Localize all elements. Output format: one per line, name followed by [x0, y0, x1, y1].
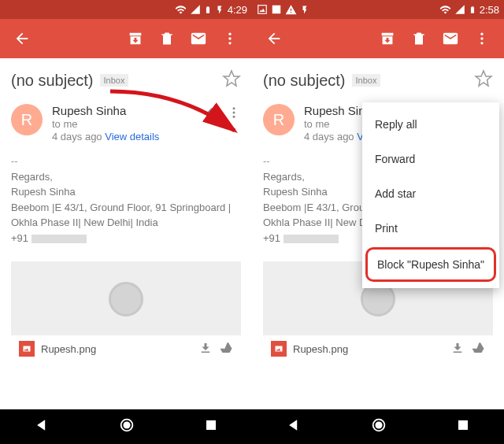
signal-icon [190, 4, 201, 15]
nav-recent[interactable] [456, 418, 470, 435]
overflow-button[interactable] [214, 23, 246, 54]
statusbar: 2:58 [252, 0, 504, 19]
menu-reply-all[interactable]: Reply all [362, 107, 499, 142]
svg-point-4 [233, 112, 235, 114]
star-button[interactable] [474, 69, 493, 91]
statusbar: 4:29 [0, 0, 252, 19]
drive-icon[interactable] [219, 341, 233, 357]
back-button[interactable] [258, 23, 290, 54]
avatar[interactable]: R [263, 104, 295, 135]
mark-unread-button[interactable] [435, 23, 466, 54]
inbox-label[interactable]: Inbox [100, 74, 129, 87]
subject-text: (no subject) [11, 72, 94, 90]
svg-point-7 [123, 421, 130, 428]
svg-rect-10 [272, 6, 281, 14]
subject-text: (no subject) [263, 72, 346, 90]
sender-to: to me [52, 118, 159, 130]
flash-icon [300, 4, 309, 16]
nav-back[interactable] [34, 417, 50, 436]
star-button[interactable] [222, 69, 241, 91]
navbar [0, 409, 252, 444]
svg-point-5 [233, 116, 235, 118]
status-time: 2:58 [480, 4, 499, 16]
attachment-card[interactable]: Rupesh.png [11, 261, 241, 362]
battery-icon [469, 4, 476, 16]
sender-row: R Rupesh Sinha to me 4 days ago View det… [0, 98, 252, 149]
download-icon[interactable] [450, 341, 465, 357]
picture-icon [257, 4, 268, 15]
download-icon[interactable] [198, 341, 213, 357]
battery-icon [204, 4, 212, 16]
image-file-icon [271, 341, 287, 357]
overflow-button[interactable] [466, 23, 498, 54]
sender-name[interactable]: Rupesh Sinha [52, 104, 159, 117]
svg-point-2 [228, 42, 231, 44]
status-time: 4:29 [228, 4, 247, 16]
subject-row: (no subject) Inbox [0, 58, 252, 98]
svg-rect-16 [458, 420, 468, 430]
reply-button[interactable] [205, 104, 222, 124]
menu-forward[interactable]: Forward [362, 142, 499, 176]
context-menu: Reply all Forward Add star Print Block "… [362, 102, 499, 288]
email-body: -- Regards, Rupesh Sinha Beebom |E 43/1,… [0, 149, 252, 250]
back-button[interactable] [6, 23, 38, 54]
svg-rect-9 [258, 6, 267, 14]
nav-recent[interactable] [204, 418, 218, 435]
svg-point-13 [480, 42, 483, 44]
svg-point-3 [233, 107, 235, 109]
screen-left: 4:29 (no subject) Inbox R Rupesh Sinha t… [0, 0, 252, 444]
wifi-icon [439, 4, 451, 16]
archive-button[interactable] [120, 23, 151, 54]
appbar [0, 19, 252, 58]
inbox-label[interactable]: Inbox [352, 74, 381, 87]
image-file-icon [19, 341, 35, 357]
svg-point-11 [480, 33, 483, 35]
menu-add-star[interactable]: Add star [362, 176, 499, 211]
warning-icon [285, 4, 297, 16]
archive-button[interactable] [372, 23, 403, 54]
svg-point-12 [480, 37, 483, 39]
attachment-name: Rupesh.png [41, 343, 96, 355]
image-icon [271, 4, 282, 15]
menu-print[interactable]: Print [362, 211, 499, 246]
subject-row: (no subject) Inbox [252, 58, 504, 98]
flash-icon [215, 4, 224, 16]
navbar [252, 409, 504, 444]
wifi-icon [175, 4, 187, 16]
svg-point-15 [375, 421, 382, 428]
menu-block-sender[interactable]: Block "Rupesh Sinha" [365, 247, 496, 282]
avatar[interactable]: R [11, 104, 43, 135]
svg-rect-8 [206, 420, 216, 430]
nav-home[interactable] [118, 416, 135, 437]
signal-icon [454, 4, 465, 15]
drive-icon[interactable] [471, 341, 485, 357]
delete-button[interactable] [151, 23, 183, 54]
svg-point-0 [228, 33, 231, 35]
nav-home[interactable] [370, 416, 387, 437]
view-details-link[interactable]: View details [105, 131, 159, 142]
screen-right: 2:58 (no subject) Inbox R Rupesh Sinha t… [252, 0, 504, 444]
message-overflow-button[interactable] [227, 104, 241, 124]
delete-button[interactable] [403, 23, 435, 54]
nav-back[interactable] [286, 417, 302, 436]
svg-point-1 [228, 37, 231, 39]
sender-meta: 4 days ago View details [52, 131, 159, 142]
appbar [252, 19, 504, 58]
attachment-thumbnail [109, 282, 143, 316]
mark-unread-button[interactable] [183, 23, 214, 54]
attachment-name: Rupesh.png [293, 343, 348, 355]
